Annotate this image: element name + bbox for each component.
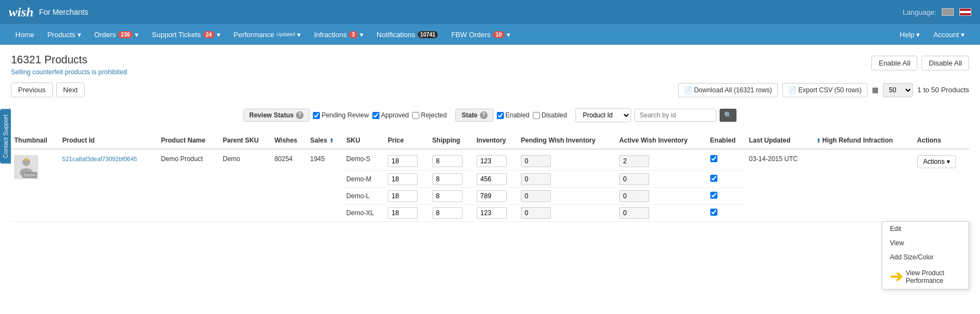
enabled-check-0[interactable] [710,155,717,162]
main-nav-right: Help ▾ Account ▾ [893,24,971,45]
th-high-refund: ⬆ High Refund Infraction [813,132,914,149]
shipping-input-0[interactable] [432,155,462,167]
active-input-2[interactable] [619,190,649,202]
high-refund-cell [813,149,914,222]
pending-review-label: Pending Review [322,111,369,119]
pending-input-0[interactable] [521,155,551,167]
product-id-cell: 521ca8af3deaf73092bf0645 [59,149,158,222]
actions-button[interactable]: Actions ▾ [917,155,956,168]
enabled-cell-3 [707,205,746,222]
nav-account[interactable]: Account ▾ [926,24,971,45]
active-input-1[interactable] [619,173,649,185]
pending-input-1[interactable] [521,173,551,185]
enabled-checkbox[interactable] [497,112,504,119]
nav-fbw-orders[interactable]: FBW Orders 10 ▾ [444,24,516,45]
view-performance-label: View Product Performance [906,269,961,285]
nav-support-tickets[interactable]: Support Tickets 24 ▾ [145,24,227,45]
price-input-2[interactable] [388,190,418,202]
nav-products[interactable]: Products ▾ [41,24,88,45]
inventory-input-0[interactable] [477,155,507,167]
nav-help[interactable]: Help ▾ [893,24,926,45]
yellow-arrow-icon: ➔ [890,268,902,286]
approved-checkbox-label[interactable]: Approved [372,111,409,119]
export-csv-button[interactable]: 📄 Export CSV (50 rows) [782,83,868,97]
shipping-input-2[interactable] [432,190,462,202]
header-actions: Enable All Disable All [871,56,969,70]
next-button[interactable]: Next [56,82,85,97]
page-title: 16321 Products [11,54,127,66]
active-input-0[interactable] [619,155,649,167]
state-help-icon[interactable]: ? [480,111,488,119]
products-table: Thumbnail Product Id Product Name Parent… [11,132,969,222]
pending-review-checkbox[interactable] [313,112,320,119]
inventory-input-2[interactable] [477,190,507,202]
updated-label: Updated [276,32,295,37]
sku-cell-0: Demo-S [343,149,384,171]
product-name-cell: Demo Product [158,149,219,222]
disabled-label: Disabled [542,111,567,119]
enabled-checkbox-label[interactable]: Enabled [497,111,530,119]
pending-input-2[interactable] [521,190,551,202]
filter-row: Review Status ? Pending Review Approved … [11,104,969,127]
table-row: Demo 521ca8af3deaf73092bf0645 Demo Produ… [11,149,969,171]
pending-input-3[interactable] [521,207,551,219]
shipping-cell-3 [429,205,473,222]
edit-action[interactable]: Edit [882,222,969,236]
price-input-1[interactable] [388,173,418,185]
disable-all-button[interactable]: Disable All [922,56,969,70]
approved-label: Approved [381,111,409,119]
rejected-checkbox-label[interactable]: Rejected [412,111,447,119]
product-id-link[interactable]: 521ca8af3deaf73092bf0645 [62,156,137,162]
inventory-cell-2 [473,188,518,205]
top-bar-left: wish For Merchants [9,5,88,20]
pending-review-checkbox-label[interactable]: Pending Review [313,111,369,119]
th-product-name: Product Name [158,132,219,149]
counterfeit-notice[interactable]: Selling counterfeit products is prohibit… [11,68,127,76]
nav-notifications[interactable]: Notifications 10741 [370,24,445,45]
state-filter: State ? Enabled Disabled [455,109,567,122]
enabled-check-1[interactable] [710,175,717,182]
shipping-cell-2 [429,188,473,205]
price-input-0[interactable] [388,155,418,167]
enable-all-button[interactable]: Enable All [871,56,917,70]
enabled-check-3[interactable] [710,209,717,216]
add-size-color-action[interactable]: Add Size/Color [882,250,969,264]
disabled-checkbox[interactable] [533,112,540,119]
search-id-input[interactable] [634,109,716,122]
disabled-checkbox-label[interactable]: Disabled [533,111,567,119]
rejected-label: Rejected [421,111,447,119]
enabled-check-2[interactable] [710,192,717,199]
price-input-3[interactable] [388,207,418,219]
search-button[interactable]: 🔍 [720,109,737,122]
inventory-cell-0 [473,149,518,171]
grid-icon: ▦ [872,86,878,94]
nav-performance[interactable]: PerformanceUpdated ▾ [227,24,307,45]
prev-button[interactable]: Previous [11,82,53,97]
per-page-select[interactable]: 50 100 200 [883,83,913,97]
th-sales[interactable]: Sales ⬆ [307,132,343,149]
inventory-cell-1 [473,171,518,188]
inventory-input-3[interactable] [477,207,507,219]
th-thumbnail: Thumbnail [11,132,59,149]
contact-support-tab[interactable]: Contact Support [0,109,11,164]
rejected-checkbox[interactable] [412,112,419,119]
review-status-help-icon[interactable]: ? [296,111,304,119]
enabled-cell-0 [707,149,746,171]
download-all-button[interactable]: 📄 Download All (16321 rows) [678,83,778,97]
approved-checkbox[interactable] [372,112,379,119]
sales-sort-icon: ⬆ [329,138,334,144]
shipping-cell-0 [429,149,473,171]
active-input-3[interactable] [619,207,649,219]
sku-cell-1: Demo-M [343,171,384,188]
inventory-input-1[interactable] [477,173,507,185]
nav-orders[interactable]: Orders 236 ▾ [88,24,145,45]
view-performance-action[interactable]: ➔ View Product Performance [882,264,969,289]
nav-home[interactable]: Home [9,24,41,45]
product-id-select[interactable]: Product Id Parent SKU SKU [575,108,631,122]
shipping-input-3[interactable] [432,207,462,219]
shipping-input-1[interactable] [432,173,462,185]
infractions-badge: 3 [349,31,358,38]
nav-infractions[interactable]: Infractions 3 ▾ [307,24,370,45]
notifications-badge: 10741 [418,31,438,38]
view-action[interactable]: View [882,236,969,250]
